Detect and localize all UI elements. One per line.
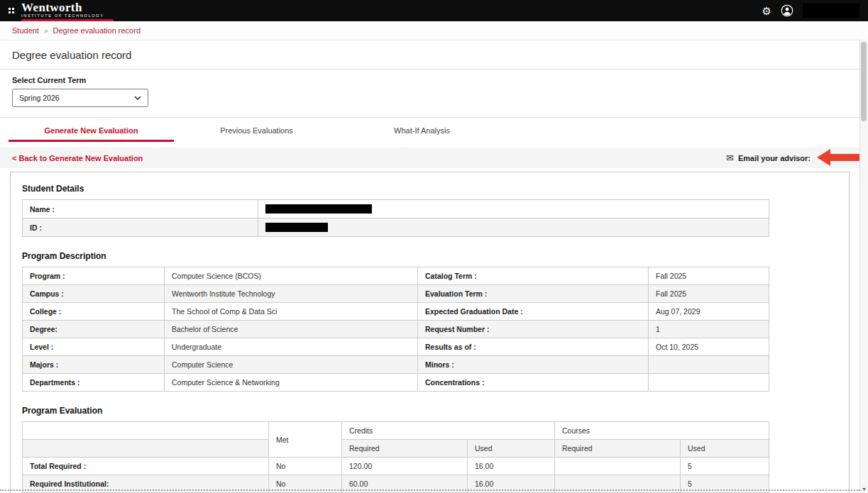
field-label: Minors : bbox=[418, 356, 649, 374]
redacted-username bbox=[803, 4, 859, 18]
chevron-down-icon bbox=[134, 96, 141, 100]
program-description-title: Program Description bbox=[22, 251, 837, 261]
tab-generate-new-evaluation[interactable]: Generate New Evaluation bbox=[9, 126, 174, 142]
settings-gear-icon[interactable]: ⚙ bbox=[762, 6, 771, 16]
student-details-table: Name : ID : bbox=[22, 199, 769, 237]
back-to-generate-link[interactable]: < Back to Generate New Evaluation bbox=[12, 154, 143, 162]
vertical-scrollbar[interactable]: ▼ bbox=[859, 40, 868, 493]
logo-red-underline bbox=[21, 19, 114, 21]
table-row: Program : Computer Science (BCOS) Catalo… bbox=[23, 267, 769, 285]
redacted-student-name bbox=[265, 204, 372, 214]
row-label: Total Required : bbox=[23, 458, 269, 475]
table-row: ID : bbox=[23, 218, 769, 237]
field-value: Fall 2025 bbox=[649, 285, 769, 303]
met-header: Met bbox=[269, 422, 342, 458]
field-value: Bachelor of Science bbox=[165, 321, 418, 338]
term-select-value: Spring 2026 bbox=[19, 94, 60, 102]
table-subheader-row: Required Used Required Used bbox=[23, 440, 769, 458]
field-label: Request Number : bbox=[418, 321, 649, 338]
app-header: Wentworth INSTITUTE OF TECHNOLOGY ⚙ bbox=[0, 0, 868, 21]
credits-required-value: 120.00 bbox=[342, 458, 468, 475]
student-id-label: ID : bbox=[23, 218, 258, 237]
scrollbar-down-arrow-icon[interactable]: ▼ bbox=[860, 487, 868, 492]
courses-header: Courses bbox=[555, 422, 769, 440]
empty-header-cell bbox=[23, 440, 269, 458]
courses-required-header: Required bbox=[555, 440, 681, 458]
field-value: Fall 2025 bbox=[649, 267, 769, 285]
breadcrumb: Student » Degree evaluation record bbox=[0, 21, 868, 40]
wentworth-logo[interactable]: Wentworth INSTITUTE OF TECHNOLOGY bbox=[21, 0, 114, 21]
table-row: Name : bbox=[23, 200, 769, 218]
logo-wordmark: Wentworth bbox=[21, 2, 114, 13]
field-value: Aug 07, 2029 bbox=[649, 303, 769, 321]
field-label: Degree: bbox=[23, 321, 165, 338]
student-name-label: Name : bbox=[23, 200, 258, 218]
table-row: Majors : Computer Science Minors : bbox=[23, 356, 769, 374]
field-value: Computer Science & Networking bbox=[165, 374, 418, 392]
credits-required-header: Required bbox=[342, 440, 468, 458]
field-label: Evaluation Term : bbox=[418, 285, 649, 303]
student-details-section: Student Details Name : ID : bbox=[22, 184, 837, 237]
toolbar-strip: < Back to Generate New Evaluation ✉ Emai… bbox=[0, 148, 859, 168]
program-evaluation-title: Program Evaluation bbox=[22, 406, 837, 416]
degree-evaluation-page: Wentworth INSTITUTE OF TECHNOLOGY ⚙ Stud… bbox=[0, 0, 868, 493]
field-label: Level : bbox=[23, 338, 165, 356]
table-row: Level : Undergraduate Results as of : Oc… bbox=[23, 338, 769, 356]
program-evaluation-section: Program Evaluation Met Credits Courses bbox=[22, 406, 837, 493]
scrollbar-thumb[interactable] bbox=[861, 42, 867, 121]
student-name-value bbox=[258, 200, 769, 218]
term-select-dropdown[interactable]: Spring 2026 bbox=[12, 89, 148, 107]
table-row: Degree: Bachelor of Science Request Numb… bbox=[23, 321, 769, 338]
field-label: Majors : bbox=[23, 356, 165, 374]
field-value: Wentworth Institute Technology bbox=[165, 285, 418, 303]
breadcrumb-student[interactable]: Student bbox=[12, 26, 39, 35]
annotation-arrow bbox=[817, 146, 859, 172]
field-label: Results as of : bbox=[418, 338, 649, 356]
table-row: Departments : Computer Science & Network… bbox=[23, 374, 769, 392]
field-value bbox=[649, 356, 769, 374]
field-value bbox=[649, 374, 769, 392]
program-description-table: Program : Computer Science (BCOS) Catalo… bbox=[22, 267, 769, 392]
screenshot-cut-line bbox=[0, 489, 860, 491]
email-advisor-link[interactable]: ✉ Email your advisor: bbox=[726, 153, 811, 163]
page-title: Degree evaluation record bbox=[0, 40, 859, 70]
credits-header: Credits bbox=[342, 422, 555, 440]
breadcrumb-degree-evaluation[interactable]: Degree evaluation record bbox=[53, 26, 141, 35]
credits-used-header: Used bbox=[468, 440, 555, 458]
app-menu-grid-icon[interactable] bbox=[9, 8, 14, 13]
field-value: 1 bbox=[649, 321, 769, 338]
table-row: Total Required : No 120.00 16.00 5 bbox=[23, 458, 769, 475]
field-value: Undergraduate bbox=[165, 338, 418, 356]
program-evaluation-table: Met Credits Courses Required Used Requir… bbox=[22, 421, 769, 493]
student-id-value bbox=[258, 218, 769, 237]
email-advisor-label: Email your advisor: bbox=[738, 154, 811, 162]
user-profile-icon[interactable] bbox=[781, 4, 793, 17]
field-label: Concentrations : bbox=[418, 374, 649, 392]
credits-used-value: 16.00 bbox=[468, 458, 555, 475]
empty-header-cell bbox=[23, 422, 269, 440]
logo-tagline: INSTITUTE OF TECHNOLOGY bbox=[21, 13, 114, 18]
field-label: Program : bbox=[23, 267, 165, 285]
evaluation-record-panel: Student Details Name : ID : bbox=[10, 172, 850, 493]
field-value: Computer Science (BCOS) bbox=[165, 267, 418, 285]
breadcrumb-separator-icon: » bbox=[44, 27, 48, 35]
program-description-section: Program Description Program : Computer S… bbox=[22, 251, 837, 392]
met-value: No bbox=[269, 458, 342, 475]
field-label: Expected Graduation Date : bbox=[418, 303, 649, 321]
courses-required-value bbox=[555, 458, 681, 475]
field-value: Oct 10, 2025 bbox=[649, 338, 769, 356]
field-label: Departments : bbox=[23, 374, 165, 392]
field-value: The School of Comp & Data Sci bbox=[165, 303, 418, 321]
field-label: Catalog Term : bbox=[418, 267, 649, 285]
term-select-label: Select Current Term bbox=[12, 76, 847, 84]
envelope-icon: ✉ bbox=[726, 153, 734, 163]
courses-used-value: 5 bbox=[681, 458, 769, 475]
evaluation-tabs: Generate New Evaluation Previous Evaluat… bbox=[0, 118, 859, 142]
term-select-section: Select Current Term Spring 2026 bbox=[0, 70, 859, 118]
student-details-title: Student Details bbox=[22, 184, 837, 194]
field-label: Campus : bbox=[23, 285, 165, 303]
table-row: Campus : Wentworth Institute Technology … bbox=[23, 285, 769, 303]
field-label: College : bbox=[23, 303, 165, 321]
tab-previous-evaluations[interactable]: Previous Evaluations bbox=[174, 126, 339, 142]
tab-what-if-analysis[interactable]: What-If Analysis bbox=[339, 126, 505, 142]
